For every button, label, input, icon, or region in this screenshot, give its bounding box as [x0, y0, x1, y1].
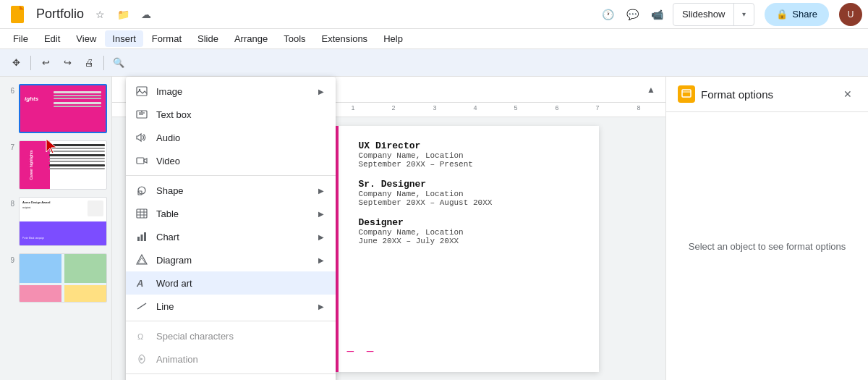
share-label: Share	[792, 9, 817, 20]
menu-item-line[interactable]: Line ▶	[126, 295, 336, 318]
menu-bar: File Edit View Insert Format Slide Arran…	[0, 29, 868, 49]
menu-tools[interactable]: Tools	[276, 30, 312, 47]
menu-help[interactable]: Help	[376, 30, 410, 47]
redo-button[interactable]: ↪	[57, 53, 77, 73]
table-submenu-arrow: ▶	[318, 210, 324, 218]
cloud-icon[interactable]: ☁	[137, 6, 155, 23]
format-close-button[interactable]: ✕	[839, 85, 856, 103]
format-placeholder-text: Select an object to see format options	[689, 241, 846, 252]
job-period-1: September 20XX – Present	[359, 160, 584, 169]
ruler-label: 7	[595, 104, 599, 111]
svg-text:Ω: Ω	[137, 332, 143, 341]
ruler-label: 5	[514, 104, 517, 111]
slide-image-6: ights	[19, 84, 107, 133]
menu-item-textbox[interactable]: Text box	[126, 103, 336, 126]
menu-item-video[interactable]: Video	[126, 149, 336, 172]
format-body: Select an object to see format options	[666, 112, 868, 380]
slide-number-7: 7	[4, 140, 14, 151]
zoom-button[interactable]: 🔍	[109, 53, 129, 73]
svg-rect-16	[137, 237, 140, 241]
menu-label-wordart: Word art	[156, 278, 324, 289]
menu-item-table[interactable]: Table ▶	[126, 202, 336, 225]
menu-label-special-chars: Special characters	[156, 331, 324, 342]
ruler-label: 1	[351, 104, 354, 111]
job-period-2: September 20XX – August 20XX	[359, 198, 584, 207]
special-chars-icon: Ω	[135, 329, 149, 343]
menu-insert[interactable]: Insert	[105, 30, 143, 47]
menu-extensions[interactable]: Extensions	[315, 30, 375, 47]
doc-title[interactable]: Portfolio	[36, 7, 84, 22]
share-button[interactable]: 🔒 Share	[765, 3, 829, 26]
menu-label-line: Line	[156, 301, 312, 312]
menu-file[interactable]: File	[6, 30, 35, 47]
menu-item-wordart[interactable]: A Word art	[126, 271, 336, 295]
job-period-3: June 20XX – July 20XX	[359, 237, 584, 245]
menu-label-table: Table	[156, 208, 312, 219]
menu-divider-2	[126, 321, 336, 321]
tabs-collapse-arrow[interactable]: ▲	[642, 81, 660, 98]
menu-item-link[interactable]: Link Ctrl+K	[126, 377, 336, 380]
menu-item-shape[interactable]: Shape ▶	[126, 179, 336, 202]
menu-divider-1	[126, 175, 336, 176]
svg-rect-11	[137, 209, 147, 218]
slide-thumbnail-8[interactable]: 8 Acme Design Award recipient Porter Bla…	[3, 195, 109, 248]
menu-item-diagram[interactable]: Diagram ▶	[126, 248, 336, 271]
comments-icon[interactable]: 💬	[621, 3, 644, 26]
job-company-1: Company Name, Location	[359, 151, 584, 160]
shape-submenu-arrow: ▶	[318, 187, 324, 195]
menu-label-audio: Audio	[156, 132, 324, 143]
menu-divider-3	[126, 373, 336, 374]
svg-rect-18	[144, 232, 146, 241]
toolbar-divider-2	[103, 56, 104, 70]
menu-item-image[interactable]: Image ▶	[126, 80, 336, 103]
slideshow-button[interactable]: Slideshow ▾	[673, 3, 754, 26]
slideshow-label: Slideshow	[673, 9, 733, 20]
svg-marker-20	[138, 258, 145, 263]
line-submenu-arrow: ▶	[318, 303, 324, 311]
menu-slide[interactable]: Slide	[190, 30, 226, 47]
slide-thumbnail-9[interactable]: 9	[3, 252, 109, 304]
menu-format[interactable]: Format	[145, 30, 189, 47]
format-icon	[678, 85, 695, 103]
lock-icon: 🔒	[776, 9, 788, 20]
history-icon[interactable]: 🕐	[596, 3, 619, 26]
star-icon[interactable]: ☆	[91, 6, 109, 23]
ruler-label: 6	[555, 104, 558, 111]
slide-number-8: 8	[4, 197, 14, 208]
slide-image-7: Career highlights	[19, 140, 107, 190]
ruler-label: 4	[473, 104, 477, 111]
print-button[interactable]: 🖨	[79, 53, 99, 73]
select-tool[interactable]: ✥	[6, 53, 26, 73]
shape-icon	[135, 183, 149, 198]
slide-thumbnail-7[interactable]: 7 Career highlights	[3, 139, 109, 191]
slideshow-dropdown-arrow[interactable]: ▾	[733, 3, 754, 26]
menu-item-animation: Animation	[126, 347, 336, 371]
svg-rect-8	[137, 158, 144, 164]
insert-dropdown-menu: Image ▶ Text box Audio Video Shape ▶ Ta	[126, 77, 336, 380]
diagram-icon	[135, 253, 149, 267]
video-icon[interactable]: 📹	[645, 3, 668, 26]
menu-view[interactable]: View	[69, 30, 103, 47]
app-icon	[6, 3, 29, 26]
job-entry-1: UX Director Company Name, Location Septe…	[359, 140, 584, 169]
ruler-label: 2	[391, 104, 395, 111]
menu-item-chart[interactable]: Chart ▶	[126, 225, 336, 248]
textbox-icon	[135, 107, 149, 122]
menu-label-video: Video	[156, 156, 324, 166]
top-bar: Portfolio ☆ 📁 ☁ 🕐 💬 📹 Slideshow ▾ 🔒 Shar…	[0, 0, 868, 29]
avatar[interactable]: U	[839, 3, 862, 26]
slide-dashes: — —	[347, 344, 377, 358]
ruler-label: 8	[637, 104, 640, 111]
video-menu-icon	[135, 153, 149, 168]
menu-item-audio[interactable]: Audio	[126, 126, 336, 149]
slide-thumbnail-6[interactable]: 6 ights	[3, 83, 109, 135]
slide-number-6: 6	[4, 84, 14, 95]
slide-image-8: Acme Design Award recipient Porter Black…	[19, 197, 107, 246]
menu-edit[interactable]: Edit	[37, 30, 67, 47]
undo-button[interactable]: ↩	[35, 53, 56, 73]
svg-rect-2	[137, 87, 147, 96]
folder-icon[interactable]: 📁	[114, 6, 132, 23]
menu-arrange[interactable]: Arrange	[227, 30, 275, 47]
slide-image-9	[19, 253, 107, 303]
animation-icon	[135, 352, 149, 366]
